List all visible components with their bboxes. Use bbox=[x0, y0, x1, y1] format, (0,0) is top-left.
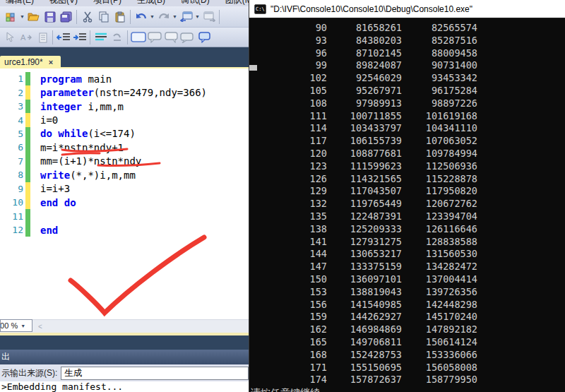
navigate-caret-icon[interactable]: ▼ bbox=[194, 14, 201, 19]
console-row: 123111599623112506936 bbox=[249, 160, 565, 173]
open-folder-icon[interactable] bbox=[25, 9, 42, 25]
console-row: 165149706811150614124 bbox=[249, 336, 565, 349]
console-row: 147133375159134282472 bbox=[249, 261, 565, 273]
menu-item[interactable]: 视图(V) bbox=[49, 0, 78, 6]
change-bar bbox=[25, 196, 30, 209]
save-icon[interactable] bbox=[42, 9, 58, 25]
select-pointer-icon[interactable] bbox=[1, 30, 18, 45]
console-output[interactable]: 9081658261825655749384380203852875169687… bbox=[249, 18, 565, 392]
console-row: 141127931275128838588 bbox=[249, 236, 565, 249]
line-number: 9 bbox=[0, 184, 25, 194]
comment-bubble-icon[interactable] bbox=[146, 30, 162, 45]
console-row: 111100711855101619168 bbox=[249, 110, 565, 123]
code-text: end bbox=[30, 225, 58, 236]
toolbar-separator bbox=[52, 30, 53, 44]
menu-item[interactable]: 团队(M) bbox=[225, 0, 249, 6]
code-line[interactable]: 6m=i*nstn*ndy+1 bbox=[0, 141, 249, 154]
console-row: 1029254602993453342 bbox=[249, 72, 565, 85]
code-line[interactable]: 5do while(i<=174) bbox=[0, 127, 249, 141]
code-line[interactable]: 2parameter(nstn=2479,ndy=366) bbox=[0, 85, 249, 99]
output-panel-title: 出 bbox=[1, 351, 10, 363]
toolbar-separator bbox=[90, 30, 90, 44]
svg-text:A: A bbox=[20, 33, 26, 42]
linked-comment-icon[interactable] bbox=[195, 30, 211, 45]
press-any-key-text: 请按任意键继续. . . bbox=[251, 387, 350, 392]
callout-bubble2-icon[interactable] bbox=[179, 30, 195, 45]
line-number: 4 bbox=[0, 115, 25, 126]
code-text: parameter(nstn=2479,ndy=366) bbox=[30, 87, 207, 98]
indent-icon[interactable] bbox=[71, 30, 88, 45]
standard-toolbar: ▼ ▼ bbox=[0, 6, 249, 28]
console-row: 153138819043139726356 bbox=[249, 286, 565, 299]
output-panel-header[interactable]: 出 bbox=[0, 350, 249, 364]
console-row: 144130653217131560530 bbox=[249, 248, 565, 261]
console-row: 129117043507117950820 bbox=[249, 185, 565, 198]
undo-caret-icon[interactable]: ▼ bbox=[149, 14, 155, 19]
console-row: 159144262927145170240 bbox=[249, 311, 565, 323]
toolbar-separator bbox=[130, 10, 131, 24]
code-line[interactable]: 9i=i+3 bbox=[0, 182, 249, 196]
console-row: 968710214588009458 bbox=[249, 47, 565, 60]
code-line[interactable]: 11 bbox=[0, 209, 249, 222]
menu-item[interactable]: 编辑(E) bbox=[6, 0, 34, 6]
output-toolbar: 示输出来源(S): 生成 bbox=[0, 364, 249, 381]
line-number: 1 bbox=[0, 73, 25, 84]
horizontal-scrollbar[interactable]: < bbox=[32, 319, 249, 333]
navigate-window2-icon[interactable] bbox=[201, 9, 217, 25]
code-text: end do bbox=[30, 197, 76, 208]
rename-icon[interactable]: A bbox=[18, 30, 34, 45]
paste-icon[interactable] bbox=[112, 9, 128, 25]
change-bar bbox=[25, 182, 30, 196]
output-source-combo[interactable]: 生成 bbox=[61, 367, 249, 380]
new-item-icon[interactable] bbox=[3, 9, 19, 25]
tab-close-icon[interactable]: × bbox=[49, 59, 53, 66]
output-content[interactable]: >Embedding manifest... bbox=[0, 381, 249, 392]
code-line[interactable]: 12end bbox=[0, 223, 249, 237]
console-window[interactable]: C:\ "D:\IVF\Console10\Console10\Debug\Co… bbox=[249, 0, 565, 392]
textbox-icon[interactable] bbox=[130, 30, 146, 45]
code-text: i=0 bbox=[30, 114, 58, 126]
code-editor[interactable]: 1program main2parameter(nstn=2479,ndy=36… bbox=[0, 69, 249, 319]
tab-label: urce1.f90* bbox=[4, 57, 43, 67]
change-bar bbox=[25, 113, 30, 126]
code-line[interactable]: 1program main bbox=[0, 72, 249, 85]
redo-icon[interactable] bbox=[155, 9, 172, 25]
code-text: mm=(i+1)*nstn*ndy bbox=[30, 155, 141, 167]
change-bar bbox=[25, 127, 30, 141]
change-bar bbox=[25, 209, 30, 222]
console-title-bar[interactable]: C:\ "D:\IVF\Console10\Console10\Debug\Co… bbox=[249, 0, 565, 18]
console-row: 117106155739107063052 bbox=[249, 135, 565, 148]
menu-item[interactable]: 生成(B) bbox=[137, 0, 165, 6]
save-all-icon[interactable] bbox=[58, 9, 74, 25]
code-line[interactable]: 8write(*,*)i,m,mm bbox=[0, 168, 249, 182]
ide-window: 编辑(E)视图(V)项目(P)生成(B)调试(D)团队(M) ▼ bbox=[0, 0, 249, 392]
code-line[interactable]: 4i=0 bbox=[0, 113, 249, 126]
new-item-caret-icon[interactable]: ▼ bbox=[19, 14, 25, 19]
callout-bubble-icon[interactable] bbox=[162, 30, 179, 45]
console-row: 135122487391123394704 bbox=[249, 210, 565, 223]
zoom-caret-icon[interactable]: ▼ bbox=[20, 323, 25, 328]
copy-icon[interactable] bbox=[95, 9, 112, 25]
code-line[interactable]: 3integer i,mm,m bbox=[0, 100, 249, 113]
highlight-lines-icon[interactable] bbox=[93, 30, 109, 45]
code-line[interactable]: 10end do bbox=[0, 196, 249, 209]
zoom-combo[interactable]: 100 % ▼ bbox=[0, 319, 32, 332]
menu-item[interactable]: 项目(P) bbox=[93, 0, 121, 6]
output-source-label: 示输出来源(S): bbox=[0, 367, 57, 379]
console-scroll-artifact bbox=[249, 65, 257, 71]
scroll-left-arrow-icon[interactable]: < bbox=[32, 323, 42, 331]
code-line[interactable]: 7mm=(i+1)*nstn*ndy bbox=[0, 155, 249, 168]
menu-item[interactable]: 调试(D) bbox=[181, 0, 210, 6]
panel-gap bbox=[0, 335, 249, 350]
navigate-window-icon[interactable] bbox=[178, 9, 194, 25]
line-number: 8 bbox=[0, 170, 25, 180]
console-row: 162146984869147892182 bbox=[249, 323, 565, 336]
line-number: 7 bbox=[0, 156, 25, 167]
redo-caret-icon[interactable]: ▼ bbox=[172, 14, 178, 19]
unindent-icon[interactable] bbox=[55, 30, 71, 45]
clear-highlight-icon[interactable] bbox=[109, 30, 125, 45]
code-text: i=i+3 bbox=[30, 183, 70, 194]
cut-icon[interactable] bbox=[79, 9, 95, 25]
undo-icon[interactable] bbox=[133, 9, 149, 25]
properties-icon[interactable] bbox=[34, 30, 50, 45]
